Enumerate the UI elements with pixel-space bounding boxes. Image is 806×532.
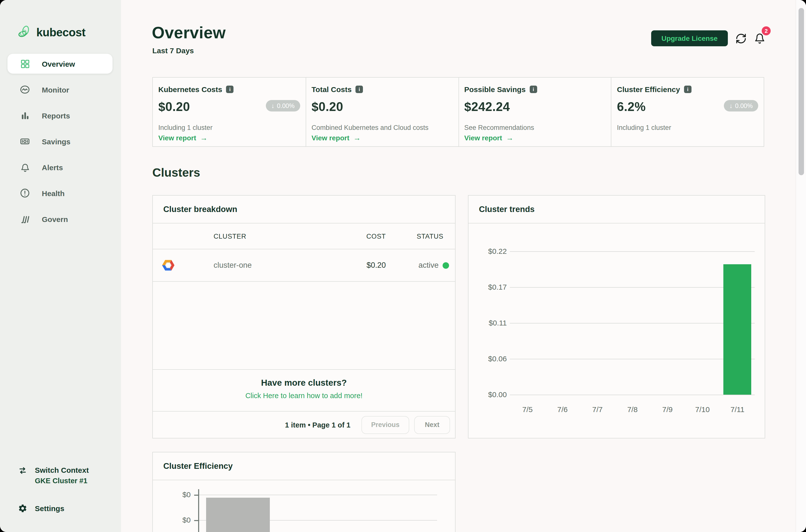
stat-card-title: Possible Savings xyxy=(464,85,526,94)
stat-card-subtext: Including 1 cluster xyxy=(158,124,212,131)
clusters-section-heading: Clusters xyxy=(152,166,200,180)
stat-card-subtext: Including 1 cluster xyxy=(617,124,671,131)
stat-card-kubernetes-costs: Kubernetes Costs i $0.20 ↓ 0.00% Includi… xyxy=(153,78,306,146)
scrollbar-thumb[interactable] xyxy=(799,8,804,175)
sidebar-item-label: Alerts xyxy=(42,163,63,171)
cluster-name-cell: cluster-one xyxy=(213,261,252,270)
change-badge: ↓ 0.00% xyxy=(266,100,300,112)
column-header-cluster: CLUSTER xyxy=(213,232,246,240)
info-icon[interactable]: i xyxy=(356,86,363,93)
table-row[interactable]: cluster-one $0.20 active xyxy=(153,249,455,282)
column-header-cost: COST xyxy=(367,232,386,240)
y-tick-label: $0.00 xyxy=(468,390,507,399)
main-content: Overview Last 7 Days Upgrade License 2 K… xyxy=(121,0,806,532)
view-report-link[interactable]: View report → xyxy=(312,133,361,142)
upgrade-license-button[interactable]: Upgrade License xyxy=(651,30,728,46)
x-tick-label: 7/8 xyxy=(615,405,650,414)
stat-card-cluster-efficiency: Cluster Efficiency i 6.2% ↓ 0.00% Includ… xyxy=(611,78,764,146)
arrow-right-icon: → xyxy=(354,133,361,142)
down-arrow-icon: ↓ xyxy=(729,102,733,110)
date-range-label: Last 7 Days xyxy=(152,46,194,55)
sidebar-item-health[interactable]: Health xyxy=(7,183,113,203)
info-icon[interactable]: i xyxy=(530,86,537,93)
efficiency-bar xyxy=(206,498,270,532)
cluster-efficiency-chart: $0 $0 xyxy=(153,452,455,532)
trend-bars xyxy=(510,251,755,395)
sidebar-item-savings[interactable]: Savings xyxy=(7,131,113,151)
sidebar-item-govern[interactable]: Govern xyxy=(7,209,113,229)
sidebar-nav: Overview Monitor Reports Savings xyxy=(7,54,113,235)
info-icon[interactable]: i xyxy=(684,86,692,93)
cluster-status-cell: active xyxy=(418,261,449,270)
y-tick-label: $0.06 xyxy=(468,354,507,363)
arrow-right-icon: → xyxy=(200,133,208,142)
trend-bar xyxy=(723,264,751,395)
stat-card-subtext: See Recommendations xyxy=(464,124,534,131)
refresh-icon xyxy=(735,33,747,44)
notification-badge: 2 xyxy=(762,26,771,35)
add-clusters-link[interactable]: Click Here to learn how to add more! xyxy=(245,392,363,400)
brand-logo[interactable]: kubecost xyxy=(17,25,86,39)
sidebar-item-label: Overview xyxy=(42,59,75,68)
switch-context[interactable]: Switch Context GKE Cluster #1 xyxy=(18,466,89,485)
notifications-button[interactable] xyxy=(754,33,765,46)
y-tick-label: $0.22 xyxy=(468,247,507,256)
y-tick-label: $0.11 xyxy=(468,319,507,327)
app-window: kubecost Overview Monitor Reports xyxy=(0,0,806,532)
stat-card-subtext: Combined Kubernetes and Cloud costs xyxy=(312,124,429,131)
stat-card-total-costs: Total Costs i $0.20 Combined Kubernetes … xyxy=(306,78,458,146)
stat-card-possible-savings: Possible Savings i $242.24 See Recommend… xyxy=(458,78,611,146)
grid-icon xyxy=(20,59,30,69)
down-arrow-icon: ↓ xyxy=(271,102,275,110)
sidebar-item-settings[interactable]: Settings xyxy=(18,504,64,513)
more-clusters-title: Have more clusters? xyxy=(153,378,455,388)
stat-card-value: $242.24 xyxy=(464,99,510,114)
table-header: CLUSTER COST STATUS xyxy=(153,224,455,249)
view-report-link[interactable]: View report → xyxy=(464,133,513,142)
sidebar-item-label: Monitor xyxy=(42,86,69,94)
change-badge: ↓ 0.00% xyxy=(724,100,758,112)
x-tick-label: 7/10 xyxy=(685,405,720,414)
cluster-trends-chart: $0.22 $0.17 $0.11 $0.06 $0.00 7/5 7/6 7/… xyxy=(468,195,765,438)
next-page-button[interactable]: Next xyxy=(414,416,450,434)
pagination: 1 item • Page 1 of 1 Previous Next xyxy=(153,411,455,438)
sidebar-item-reports[interactable]: Reports xyxy=(7,106,113,126)
x-tick-label: 7/6 xyxy=(545,405,580,414)
x-tick-label: 7/9 xyxy=(650,405,685,414)
cluster-trends-card: Cluster trends $0.22 $0.17 $0.11 $0.06 $… xyxy=(468,195,765,438)
y-axis-line xyxy=(198,489,199,532)
kubecost-logo-icon xyxy=(17,25,31,39)
previous-page-button[interactable]: Previous xyxy=(361,416,409,434)
cluster-efficiency-card: Cluster Efficiency $0 $0 xyxy=(152,452,455,532)
sidebar-item-label: Savings xyxy=(42,137,71,146)
switch-context-label: Switch Context xyxy=(35,466,89,474)
refresh-button[interactable] xyxy=(735,33,747,46)
stat-card-value: 6.2% xyxy=(617,99,646,114)
add-clusters-prompt: Have more clusters? Click Here to learn … xyxy=(153,369,455,411)
stat-card-value: $0.20 xyxy=(312,99,343,114)
arrow-right-icon: → xyxy=(506,133,513,142)
stat-card-title: Kubernetes Costs xyxy=(158,85,222,94)
monitor-icon xyxy=(20,84,30,95)
scrollbar[interactable] xyxy=(795,0,806,532)
x-tick-label: 7/5 xyxy=(510,405,545,414)
banknote-icon xyxy=(20,136,30,146)
cluster-breakdown-card: Cluster breakdown CLUSTER COST STATUS xyxy=(152,195,455,438)
switch-context-value: GKE Cluster #1 xyxy=(35,477,89,485)
sidebar-item-overview[interactable]: Overview xyxy=(7,54,113,74)
bar-chart-icon xyxy=(20,111,30,120)
pagination-summary: 1 item • Page 1 of 1 xyxy=(285,421,351,429)
y-tick-label: $0 xyxy=(153,490,191,499)
view-report-link[interactable]: View report → xyxy=(158,133,208,142)
card-title: Cluster breakdown xyxy=(153,195,455,224)
sidebar-item-alerts[interactable]: Alerts xyxy=(7,157,113,177)
govern-icon xyxy=(20,214,30,224)
sidebar-item-label: Health xyxy=(42,189,65,197)
y-tick-label: $0 xyxy=(153,516,191,525)
bell-icon xyxy=(20,162,30,172)
status-dot-icon xyxy=(443,262,449,268)
sidebar-item-monitor[interactable]: Monitor xyxy=(7,80,113,99)
info-icon[interactable]: i xyxy=(226,86,234,93)
stat-card-title: Total Costs xyxy=(312,85,352,94)
gear-icon xyxy=(18,504,27,513)
